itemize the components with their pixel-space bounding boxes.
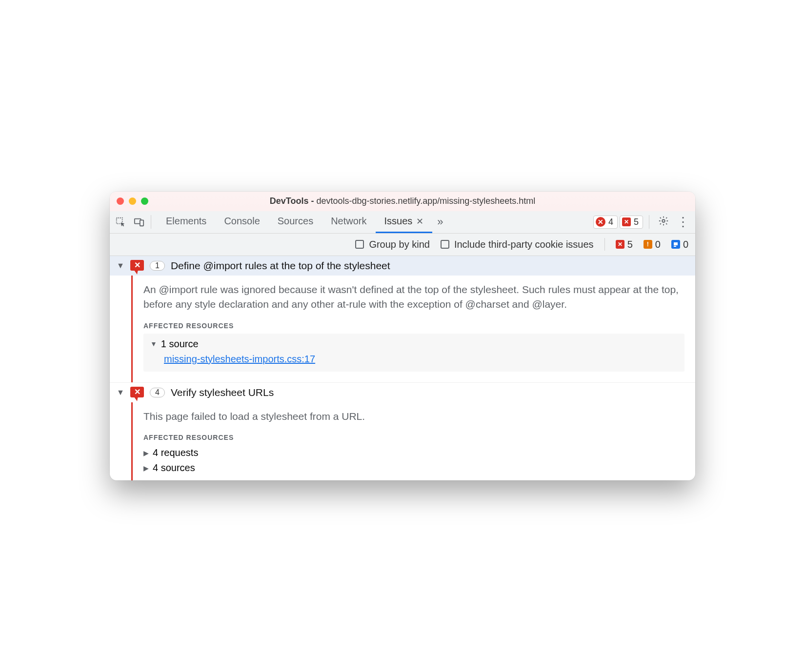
svg-rect-4 bbox=[674, 242, 678, 245]
error-icon: ✕ bbox=[622, 217, 631, 226]
checkbox-icon bbox=[355, 240, 364, 249]
inspect-element-icon[interactable] bbox=[115, 216, 126, 228]
affected-resources-box: ▼ 1 source missing-stylesheets-imports.c… bbox=[143, 334, 684, 372]
issue-description: This page failed to load a stylesheet fr… bbox=[143, 409, 684, 424]
separator bbox=[604, 238, 605, 251]
main-tabbar: Elements Console Sources Network Issues … bbox=[110, 211, 695, 234]
window-title: DevTools - devtools-dbg-stories.netlify.… bbox=[110, 196, 695, 206]
issue-row[interactable]: ▼ ✕ 1 Define @import rules at the top of… bbox=[110, 256, 695, 276]
issues-filterbar: Group by kind Include third-party cookie… bbox=[110, 234, 695, 256]
window-close-button[interactable] bbox=[117, 198, 124, 205]
error-icon: ✕ bbox=[596, 217, 605, 227]
group-by-kind-checkbox[interactable]: Group by kind bbox=[355, 239, 430, 250]
error-icon: ✕ bbox=[616, 240, 624, 249]
affected-resources-label: AFFECTED RESOURCES bbox=[143, 322, 684, 330]
tabs-overflow-button[interactable]: » bbox=[434, 216, 446, 228]
error-count-badge-round[interactable]: ✕ 4 bbox=[593, 216, 618, 229]
source-link-row: missing-stylesheets-imports.css:17 bbox=[150, 354, 678, 365]
filter-info-count[interactable]: 0 bbox=[671, 239, 688, 250]
filter-errors-count[interactable]: ✕ 5 bbox=[616, 239, 633, 250]
issue-title: Verify stylesheet URLs bbox=[171, 387, 274, 398]
window-title-url: devtools-dbg-stories.netlify.app/missing… bbox=[316, 196, 535, 206]
sources-group[interactable]: ▶ 4 sources bbox=[143, 460, 684, 475]
warning-icon: ! bbox=[644, 240, 652, 249]
chevron-down-icon[interactable]: ▼ bbox=[117, 261, 124, 270]
filter-warnings-count[interactable]: ! 0 bbox=[644, 239, 661, 250]
source-link[interactable]: missing-stylesheets-imports.css:17 bbox=[164, 354, 315, 365]
issue-severity-icon: ✕ bbox=[130, 260, 144, 272]
tab-issues[interactable]: Issues ✕ bbox=[376, 211, 433, 233]
svg-point-3 bbox=[662, 220, 665, 223]
error-count-square: 5 bbox=[634, 217, 639, 227]
requests-group[interactable]: ▶ 4 requests bbox=[143, 445, 684, 460]
chevron-down-icon[interactable]: ▼ bbox=[117, 388, 124, 397]
sources-summary: 4 sources bbox=[153, 462, 195, 474]
issue-count-pill: 4 bbox=[150, 388, 165, 397]
error-count-badge-square[interactable]: ✕ 5 bbox=[620, 216, 643, 229]
window-minimize-button[interactable] bbox=[129, 198, 136, 205]
info-icon bbox=[671, 240, 680, 249]
devtools-window: DevTools - devtools-dbg-stories.netlify.… bbox=[110, 192, 695, 480]
tab-network[interactable]: Network bbox=[322, 211, 375, 233]
issue-title: Define @import rules at the top of the s… bbox=[171, 260, 390, 272]
issue-row[interactable]: ▼ ✕ 4 Verify stylesheet URLs bbox=[110, 382, 695, 402]
panel-tabs: Elements Console Sources Network Issues … bbox=[157, 211, 432, 233]
window-title-prefix: DevTools - bbox=[270, 196, 317, 206]
window-maximize-button[interactable] bbox=[141, 198, 148, 205]
close-icon[interactable]: ✕ bbox=[416, 216, 423, 227]
tab-elements[interactable]: Elements bbox=[157, 211, 215, 233]
issue-body: An @import rule was ignored because it w… bbox=[131, 276, 695, 382]
more-menu-button[interactable]: ⋮ bbox=[674, 216, 692, 228]
checkbox-icon bbox=[441, 240, 449, 249]
issue-body: This page failed to load a stylesheet fr… bbox=[131, 402, 695, 480]
separator bbox=[151, 215, 151, 229]
svg-rect-5 bbox=[674, 246, 676, 247]
requests-summary: 4 requests bbox=[153, 447, 198, 458]
separator bbox=[649, 215, 649, 229]
svg-rect-2 bbox=[140, 220, 143, 226]
error-count-round: 4 bbox=[608, 217, 613, 227]
tabbar-left-tools bbox=[115, 216, 145, 228]
tab-console[interactable]: Console bbox=[215, 211, 268, 233]
chevron-right-icon: ▶ bbox=[143, 464, 149, 472]
device-toolbar-icon[interactable] bbox=[133, 216, 145, 228]
affected-resources-label: AFFECTED RESOURCES bbox=[143, 434, 684, 441]
issue-severity-icon: ✕ bbox=[130, 387, 144, 398]
include-third-party-label: Include third-party cookie issues bbox=[454, 239, 594, 250]
group-by-kind-label: Group by kind bbox=[369, 239, 430, 250]
settings-button[interactable] bbox=[655, 216, 672, 228]
titlebar: DevTools - devtools-dbg-stories.netlify.… bbox=[110, 192, 695, 211]
sources-group[interactable]: ▼ 1 source bbox=[150, 338, 678, 350]
issue-count-pill: 1 bbox=[150, 261, 165, 271]
traffic-lights bbox=[117, 198, 148, 205]
chevron-down-icon: ▼ bbox=[150, 340, 157, 348]
chevron-right-icon: ▶ bbox=[143, 449, 149, 457]
include-third-party-checkbox[interactable]: Include third-party cookie issues bbox=[441, 239, 594, 250]
tab-sources[interactable]: Sources bbox=[269, 211, 322, 233]
sources-summary: 1 source bbox=[161, 338, 199, 350]
issue-description: An @import rule was ignored because it w… bbox=[143, 282, 684, 312]
